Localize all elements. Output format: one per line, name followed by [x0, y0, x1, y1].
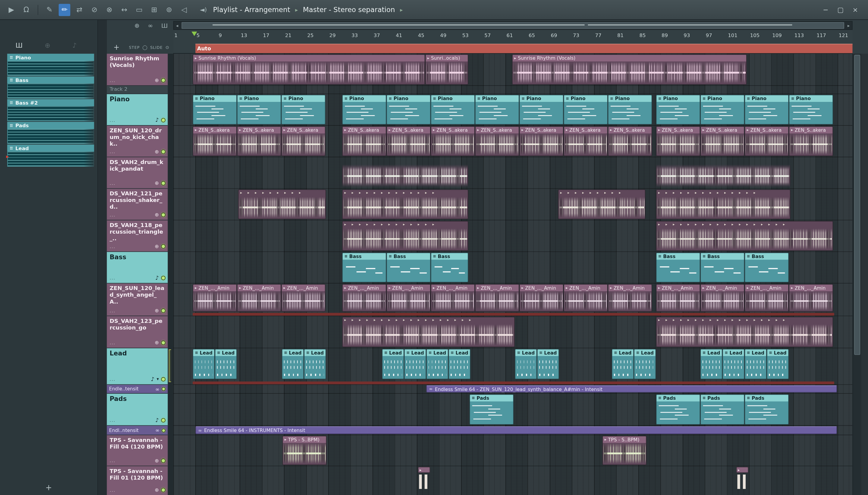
track-menu-dots[interactable]: ···	[110, 459, 116, 464]
arrangement-grid[interactable]: ▸Sunrise Rhythm (Vocals)▸Sunri..ocals)▸S…	[173, 54, 853, 495]
delete-tool-icon[interactable]: ⊘	[89, 4, 100, 16]
playlist-lane-perc-go[interactable]: ▸▸▸▸▸▸▸▸▸▸▸▸▸▸▸▸▸▸▸▸▸▸▸▸▸▸▸▸▸▸▸▸▸▸▸▸	[173, 316, 853, 348]
track-header-perc-go[interactable]: DS_VAH2_123_percussion_go···⊕	[107, 316, 168, 348]
clip-piano[interactable]: ≡Piano	[519, 95, 563, 124]
snap-icon[interactable]: ⊕	[135, 22, 140, 29]
clip-lead[interactable]: ≡Lead	[282, 349, 304, 379]
clip-piano[interactable]: ≡Piano	[656, 95, 700, 124]
muted-red-strip[interactable]	[193, 382, 834, 385]
playlist-lane-zen-lead[interactable]: ▸ZEN_..._Amin▸ZEN_..._Amin▸ZEN_..._Amin▸…	[173, 284, 853, 316]
marquee-tool-icon[interactable]: ⊞	[148, 4, 160, 16]
clip-zen-s-akera[interactable]: ▸ZEN_S..akera	[431, 126, 475, 156]
clip-lead[interactable]: ≡Lead	[767, 349, 789, 379]
track-header-lead[interactable]: Lead···♪▾	[107, 348, 168, 385]
track-menu-dots[interactable]: ···	[110, 489, 116, 494]
track-header-vocals[interactable]: Sunrise Rhythm (Vocals)···⊕	[107, 54, 168, 86]
clip-lead[interactable]: ≡Lead	[215, 349, 237, 379]
paint-tool-icon[interactable]: ✏	[59, 4, 71, 16]
playlist-lane-zen-drum[interactable]: ▸ZEN_S..akera▸ZEN_S..akera▸ZEN_S..akera▸…	[173, 126, 853, 157]
draw-tool-icon[interactable]: ✎	[44, 4, 55, 16]
clip-pads[interactable]: ≡Pads	[744, 394, 789, 425]
clip-piano[interactable]: ≡Piano	[386, 95, 431, 124]
clip-lead[interactable]: ≡Lead	[449, 349, 470, 379]
grid-icon[interactable]: Ш	[161, 22, 168, 29]
playlist-lane-auto2[interactable]: ∞Endless Smile 64 - INSTRUMENTS - Intens…	[173, 426, 853, 435]
clip-lead[interactable]: ≡Lead	[404, 349, 426, 379]
clip-piano[interactable]: ≡Piano	[193, 95, 237, 124]
clip-piano[interactable]: ≡Piano	[700, 95, 744, 124]
clip-zen-amin[interactable]: ▸ZEN_..._Amin	[700, 284, 744, 312]
clip-lead[interactable]: ≡Lead	[612, 349, 634, 379]
playlist-lane-kick[interactable]	[173, 157, 853, 189]
clip-tps-s-bpm[interactable]: ▸TPS - S..BPM)	[282, 436, 327, 465]
headphones-icon[interactable]: Ω	[20, 4, 32, 16]
step-toggle[interactable]: ◯	[142, 45, 147, 50]
track-menu-dots[interactable]: ···	[110, 419, 116, 424]
track-enable-led[interactable]	[161, 181, 166, 186]
track-menu-dots[interactable]: ···	[110, 119, 116, 124]
clip-shaker[interactable]: ▸▸▸▸▸▸▸▸▸▸▸▸▸▸	[656, 189, 791, 219]
clip-bass[interactable]: ≡Bass	[744, 253, 789, 283]
clip-piano[interactable]: ≡Piano	[563, 95, 608, 124]
pattern-item-pads[interactable]: ≡Pads	[7, 122, 94, 144]
clip-piano[interactable]: ≡Piano	[281, 95, 326, 124]
slide-toggle[interactable]: ⊙	[166, 45, 169, 50]
track-menu-dots[interactable]: ···	[110, 378, 116, 383]
speaker-icon[interactable]: ◄)	[200, 6, 207, 13]
track-enable-led[interactable]	[161, 341, 166, 345]
clip-zen-amin[interactable]: ▸ZEN_..._Amin	[744, 284, 789, 312]
clip-bass[interactable]: ≡Bass	[656, 253, 700, 283]
clip-lead[interactable]: ≡Lead	[537, 349, 559, 379]
automation-clip[interactable]: ∞Endless Smile 64 - INSTRUMENTS - Intens…	[195, 426, 837, 434]
clip-perc-go[interactable]: ▸▸▸▸▸▸▸▸▸▸▸▸▸▸▸▸▸▸	[656, 317, 833, 347]
clip-bass[interactable]: ≡Bass	[431, 253, 468, 283]
clip-zen-s-akera[interactable]: ▸ZEN_S..akera	[342, 126, 386, 156]
automation-clip[interactable]: ∞Endless Smile 64 - ZEN_SUN_120_lead_syn…	[426, 385, 837, 393]
chevron-down-icon[interactable]: ▾	[157, 377, 159, 382]
clip-shaker[interactable]: ▸▸▸▸▸▸▸▸▸	[238, 189, 326, 219]
clip-shaker[interactable]: ▸▸▸▸▸▸▸▸▸	[558, 189, 645, 219]
horizontal-scrollbar[interactable]: ◂ ▸	[173, 21, 853, 30]
playlist-lane-bass[interactable]: ≡Bass≡Bass≡Bass≡Bass≡Bass≡Bass	[173, 252, 853, 284]
track-enable-led[interactable]	[161, 387, 166, 391]
clip-zen-amin[interactable]: ▸ZEN_..._Amin	[475, 284, 519, 312]
track-menu-dots[interactable]: ···	[110, 342, 116, 347]
clip-zen-amin[interactable]: ▸ZEN_..._Amin	[342, 284, 386, 312]
track-menu-dots[interactable]: ···	[110, 151, 116, 156]
clip-piano[interactable]: ≡Piano	[744, 95, 789, 124]
track-enable-led[interactable]	[161, 377, 166, 381]
clip-sunrise-rhythm-vocals[interactable]: ▸Sunrise Rhythm (Vocals)	[512, 54, 747, 85]
track-enable-led[interactable]	[161, 459, 166, 463]
track-menu-dots[interactable]: ···	[110, 310, 116, 315]
clip-bass[interactable]: ≡Bass	[342, 253, 386, 283]
playlist-lane-track2[interactable]	[173, 86, 853, 95]
track-header-fill01[interactable]: TPS - Savannah - Fill 01 (120 BPM)···⊕	[107, 466, 168, 495]
zoom-tool-icon[interactable]: ↔	[119, 4, 130, 16]
clip-lead[interactable]: ≡Lead	[723, 349, 744, 379]
clip-zen-amin[interactable]: ▸ZEN_..._Amin	[789, 284, 833, 312]
track-header-track2[interactable]: Track 2	[107, 86, 168, 95]
clip-kick[interactable]	[656, 164, 791, 188]
select-tool-icon[interactable]: ▭	[134, 4, 145, 16]
clip-perc-go[interactable]: ▸▸▸▸▸▸▸▸▸▸▸▸▸▸▸▸▸▸	[342, 317, 515, 347]
clip-zen-s-akera[interactable]: ▸ZEN_S..akera	[563, 126, 608, 156]
clip-piano[interactable]: ≡Piano	[431, 95, 475, 124]
clip-bass[interactable]: ≡Bass	[386, 253, 431, 283]
play-icon[interactable]: ▶	[5, 4, 17, 16]
playback-tool-icon[interactable]: ◁	[178, 4, 190, 16]
mute-tool-icon[interactable]: ⊗	[103, 4, 115, 16]
playlist-lane-lead[interactable]: ≡Lead≡Lead≡Lead≡Lead≡Lead≡Lead≡Lead≡Lead…	[173, 348, 853, 385]
clip-pads[interactable]: ≡Pads	[470, 394, 514, 425]
clip-kick[interactable]	[342, 164, 468, 188]
track-enable-led[interactable]	[161, 488, 166, 492]
clip-pads[interactable]: ≡Pads	[700, 394, 744, 425]
track-menu-dots[interactable]: ···	[110, 245, 116, 251]
auto-selection-region[interactable]: Auto	[195, 44, 852, 53]
clip-zen-s-akera[interactable]: ▸ZEN_S..akera	[475, 126, 519, 156]
track-enable-led[interactable]	[161, 308, 166, 313]
track-header-fill04[interactable]: TPS - Savannah - Fill 04 (120 BPM)···⊕	[107, 435, 168, 466]
clip-triangle[interactable]: ▸▸▸▸▸▸▸▸▸▸▸▸▸▸▸▸▸▸	[656, 221, 833, 251]
track-enable-led[interactable]	[161, 428, 166, 432]
track-header-pads[interactable]: Pads···♪	[107, 394, 168, 426]
clip-zen-s-akera[interactable]: ▸ZEN_S..akera	[237, 126, 281, 156]
